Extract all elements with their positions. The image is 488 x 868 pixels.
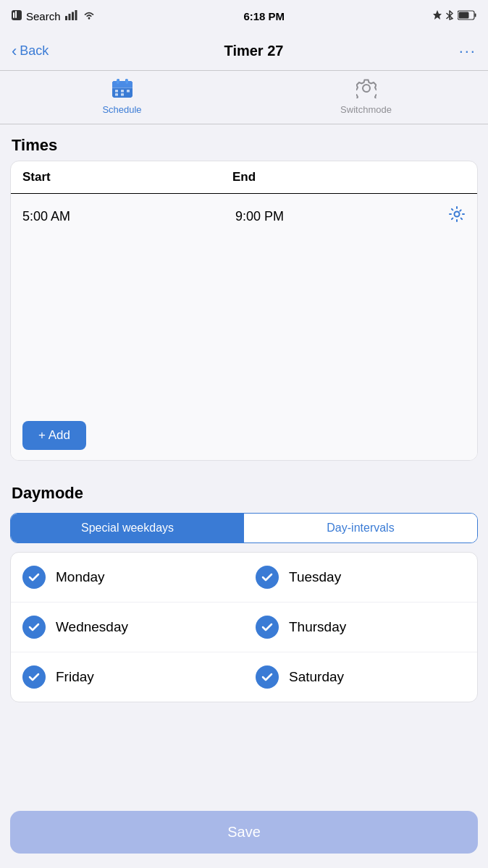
- battery-icon: [458, 10, 476, 22]
- svg-rect-2: [15, 11, 17, 18]
- status-bar: Search 6:18 PM: [0, 0, 488, 32]
- tab-bar: Schedule Switchmode: [0, 71, 488, 124]
- svg-rect-21: [112, 88, 132, 88]
- tab-switchmode-label: Switchmode: [340, 104, 392, 115]
- times-header-row: Start End: [11, 161, 477, 194]
- svg-point-27: [455, 212, 460, 217]
- day-row-2: Wednesday Thursday: [11, 603, 477, 652]
- carrier-label: Search: [26, 10, 61, 22]
- segment-special-weekdays[interactable]: Special weekdays: [11, 514, 244, 542]
- svg-rect-1: [13, 12, 14, 18]
- status-bar-time: 6:18 PM: [243, 10, 285, 22]
- bottom-spacer: [0, 702, 488, 767]
- times-table: Start End 5:00 AM 9:00 PM + Add: [10, 161, 478, 461]
- daymode-section: Daymode Special weekdays Day-intervals M…: [0, 472, 488, 702]
- tab-switchmode[interactable]: Switchmode: [244, 71, 488, 124]
- calendar-icon: [112, 78, 133, 101]
- back-button[interactable]: ‹ Back: [12, 42, 49, 61]
- days-grid: Monday Tuesday Wednesday: [10, 552, 478, 702]
- svg-rect-24: [127, 90, 130, 93]
- day-thursday[interactable]: Thursday: [244, 603, 477, 652]
- svg-rect-19: [117, 79, 119, 84]
- daymode-segment-control: Special weekdays Day-intervals: [10, 513, 478, 543]
- svg-rect-22: [115, 90, 118, 93]
- svg-rect-18: [112, 85, 132, 88]
- monday-label: Monday: [56, 569, 105, 585]
- times-section-heading: Times: [0, 124, 488, 161]
- friday-label: Friday: [56, 669, 94, 685]
- wednesday-check-icon: [22, 616, 46, 639]
- svg-rect-9: [458, 12, 468, 18]
- thursday-check-icon: [256, 616, 279, 639]
- saturday-label: Saturday: [289, 669, 344, 685]
- svg-rect-26: [121, 93, 124, 96]
- times-end-value: 9:00 PM: [235, 209, 448, 224]
- tuesday-label: Tuesday: [289, 569, 341, 585]
- save-button[interactable]: Save: [10, 811, 478, 854]
- gear-icon: [356, 78, 376, 101]
- svg-rect-25: [115, 93, 118, 96]
- day-tuesday[interactable]: Tuesday: [244, 553, 477, 602]
- add-button[interactable]: + Add: [22, 421, 86, 450]
- bluetooth-icon: [446, 10, 453, 22]
- svg-rect-10: [474, 13, 476, 17]
- times-settings-icon[interactable]: [448, 205, 466, 227]
- monday-check-icon: [22, 566, 46, 589]
- back-chevron-icon: ‹: [12, 42, 17, 61]
- day-wednesday[interactable]: Wednesday: [11, 603, 244, 652]
- location-icon: [433, 10, 442, 22]
- tab-schedule-label: Schedule: [102, 104, 141, 115]
- times-start-header: Start: [22, 170, 232, 184]
- svg-rect-20: [125, 79, 128, 84]
- wifi-icon: [83, 10, 96, 22]
- status-bar-left: Search: [12, 10, 96, 22]
- wednesday-label: Wednesday: [56, 619, 128, 635]
- tuesday-check-icon: [256, 566, 279, 589]
- back-label: Back: [20, 43, 49, 59]
- signal-icon: [65, 10, 78, 22]
- add-btn-row: + Add: [11, 411, 477, 460]
- daymode-heading: Daymode: [0, 472, 488, 509]
- carrier-icon: [12, 10, 22, 22]
- times-end-header: End: [232, 170, 442, 184]
- page-title: Timer 27: [224, 43, 284, 59]
- nav-bar: ‹ Back Timer 27 ···: [0, 32, 488, 71]
- day-friday[interactable]: Friday: [11, 652, 244, 702]
- svg-point-7: [88, 17, 90, 20]
- svg-rect-5: [72, 12, 74, 20]
- day-row-1: Monday Tuesday: [11, 553, 477, 603]
- svg-rect-6: [75, 10, 77, 20]
- more-button[interactable]: ···: [459, 42, 476, 61]
- svg-rect-23: [121, 90, 124, 93]
- segment-day-intervals[interactable]: Day-intervals: [244, 514, 477, 542]
- day-saturday[interactable]: Saturday: [244, 652, 477, 702]
- tab-schedule[interactable]: Schedule: [0, 71, 244, 124]
- times-start-value: 5:00 AM: [22, 209, 235, 224]
- svg-rect-4: [68, 14, 70, 20]
- day-row-3: Friday Saturday: [11, 652, 477, 702]
- friday-check-icon: [22, 665, 46, 689]
- svg-rect-3: [65, 16, 67, 20]
- status-bar-right: [433, 10, 476, 22]
- times-body: 5:00 AM 9:00 PM: [11, 194, 477, 411]
- table-row[interactable]: 5:00 AM 9:00 PM: [11, 194, 477, 239]
- day-monday[interactable]: Monday: [11, 553, 244, 602]
- thursday-label: Thursday: [289, 619, 346, 635]
- saturday-check-icon: [256, 665, 279, 689]
- save-btn-container: Save: [0, 804, 488, 868]
